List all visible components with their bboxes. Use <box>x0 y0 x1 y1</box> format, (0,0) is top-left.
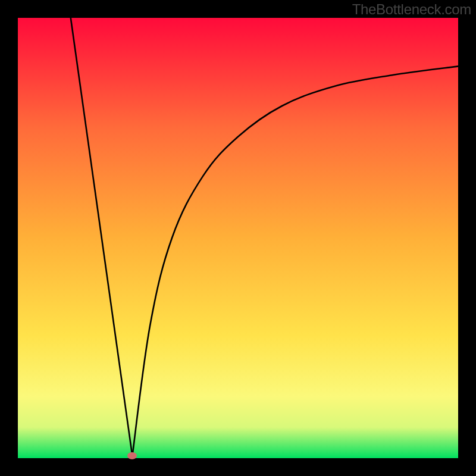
curve-layer <box>18 18 458 458</box>
watermark-text: TheBottleneck.com <box>352 1 471 18</box>
curve-left-branch <box>71 18 133 456</box>
curve-right-branch <box>132 66 458 456</box>
plot-frame <box>18 18 458 458</box>
plot-area <box>18 18 458 458</box>
minimum-marker <box>127 452 137 459</box>
